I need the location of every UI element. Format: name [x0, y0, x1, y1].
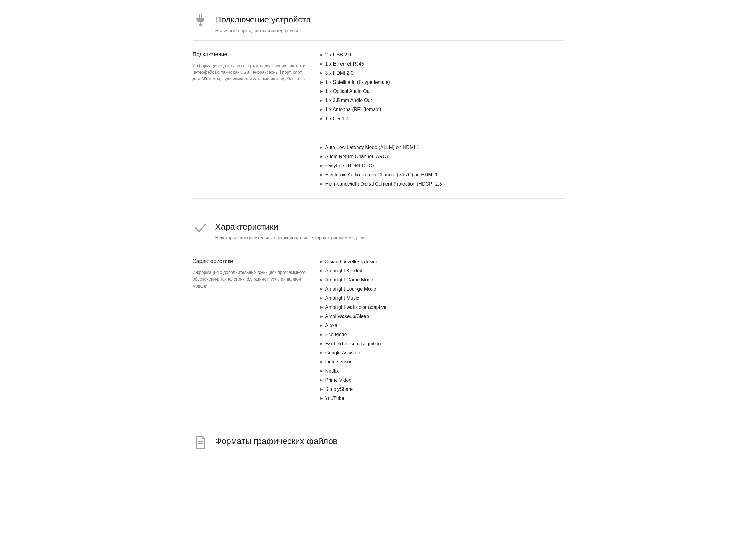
content-row-features-list: ХарактеристикиИнформация о дополнительны…	[193, 248, 564, 413]
row-title-ports: Подключение	[193, 50, 308, 59]
list-item: 1 x Antenna (RF) (female)	[321, 105, 564, 114]
section-title-features: Характеристики	[215, 220, 366, 233]
section-connectivity: Подключение устройствНаличные порты, сло…	[193, 6, 564, 198]
list-item: Ambilight Lounge Mode	[321, 284, 564, 294]
row-desc-ports: Информация о доступных портах подключени…	[193, 62, 308, 83]
plug-icon	[193, 13, 208, 29]
row-values-features-list: 3-sided bezelless designAmbilight 3-side…	[321, 257, 564, 403]
list-item: Electronic Audio Return Channel (eARC) o…	[321, 170, 564, 180]
bullet-list-ports: 2 x USB 2.01 x Ethernet RJ453 x HDMI 2.0…	[321, 50, 564, 123]
content-row-ports: ПодключениеИнформация о доступных портах…	[193, 41, 564, 133]
list-item: SimplyShare	[321, 385, 564, 394]
row-values-hdmi-features: Auto Low Latency Mode (ALLM) on HDMI 1Au…	[321, 143, 564, 189]
row-label-hdmi-features	[193, 143, 321, 189]
section-features: ХарактеристикиНекоторые дополнительные ф…	[193, 213, 564, 413]
section-subtitle-features: Некоторые дополнительные функциональные …	[215, 234, 366, 241]
list-item: Google Assistant	[321, 348, 564, 357]
list-item: Ambilight Music	[321, 294, 564, 303]
list-item: Alexa	[321, 321, 564, 330]
list-item: 1 x Satellite In (F-type female)	[321, 78, 564, 87]
list-item: Prime Video	[321, 376, 564, 385]
content-row-hdmi-features: Auto Low Latency Mode (ALLM) on HDMI 1Au…	[193, 133, 564, 198]
file-icon	[193, 435, 208, 450]
list-item: Eco Mode	[321, 330, 564, 339]
list-item: Light sensor	[321, 357, 564, 366]
page-container: Подключение устройствНаличные порты, сло…	[181, 0, 576, 462]
list-item: EasyLink (HDMI-CEC)	[321, 161, 564, 170]
list-item: YouTube	[321, 394, 564, 403]
list-item: 3 x HDMI 2.0	[321, 69, 564, 78]
section-header-connectivity: Подключение устройствНаличные порты, сло…	[193, 6, 564, 41]
section-title-connectivity: Подключение устройств	[215, 13, 311, 26]
section-header-features: ХарактеристикиНекоторые дополнительные ф…	[193, 213, 564, 248]
list-item: Ambilight Game Mode	[321, 275, 564, 284]
list-item: High-bandwidth Digital Content Protectio…	[321, 180, 564, 189]
row-label-ports: ПодключениеИнформация о доступных портах…	[193, 50, 321, 123]
section-graphic-formats: Форматы графических файлов	[193, 427, 564, 456]
row-title-features-list: Характеристики	[193, 257, 308, 266]
row-values-ports: 2 x USB 2.01 x Ethernet RJ453 x HDMI 2.0…	[321, 50, 564, 123]
list-item: Ambilight 3-sided	[321, 266, 564, 275]
list-item: Far-field voice recognition	[321, 339, 564, 348]
check-icon	[193, 220, 208, 236]
list-item: 1 x CI+ 1.4	[321, 114, 564, 123]
list-item: Ambi Wakeup/Sleep	[321, 312, 564, 321]
list-item: Audio Return Channel (ARC)	[321, 152, 564, 161]
section-header-text-graphic-formats: Форматы графических файлов	[215, 435, 338, 449]
list-item: Ambilight wall color adaptive	[321, 303, 564, 312]
list-item: 1 x Optical Audio Out	[321, 87, 564, 96]
section-header-graphic-formats: Форматы графических файлов	[193, 427, 564, 456]
list-item: 3-sided bezelless design	[321, 257, 564, 266]
list-item: 1 x 3.5 mm Audio Out	[321, 96, 564, 105]
list-item: Netflix	[321, 366, 564, 376]
row-label-features-list: ХарактеристикиИнформация о дополнительны…	[193, 257, 321, 403]
section-subtitle-connectivity: Наличные порты, слоты и интерфейсы.	[215, 27, 311, 34]
svg-rect-0	[199, 14, 200, 18]
list-item: 1 x Ethernet RJ45	[321, 59, 564, 69]
list-item: Auto Low Latency Mode (ALLM) on HDMI 1	[321, 143, 564, 152]
svg-rect-1	[201, 14, 202, 18]
bullet-list-features-list: 3-sided bezelless designAmbilight 3-side…	[321, 257, 564, 403]
section-header-text-features: ХарактеристикиНекоторые дополнительные ф…	[215, 220, 366, 241]
section-title-graphic-formats: Форматы графических файлов	[215, 435, 338, 448]
row-desc-features-list: Информация о дополнительных функциях про…	[193, 269, 308, 289]
section-header-text-connectivity: Подключение устройствНаличные порты, сло…	[215, 13, 311, 34]
bullet-list-hdmi-features: Auto Low Latency Mode (ALLM) on HDMI 1Au…	[321, 143, 564, 189]
svg-point-3	[199, 24, 202, 26]
list-item: 2 x USB 2.0	[321, 50, 564, 59]
